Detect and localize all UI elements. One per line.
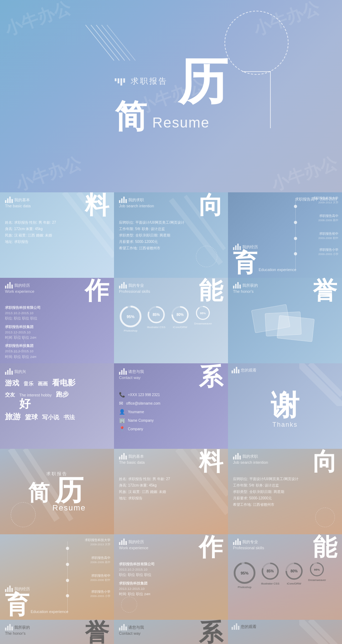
cell-warm-honors: 我所获的 The honor's 誉 <box>0 620 114 644</box>
warm-field-2: 身高: 172cm 体重: 45kg <box>119 482 223 489</box>
hobby-big-char: 好 <box>19 397 31 410</box>
cell-warm-work: 我的经历 Work experience 作 求职报告科技有限公司 2013.1… <box>114 534 228 620</box>
field-3: 民族: 汉 籍贯: 江西 婚姻: 未婚 <box>5 232 109 239</box>
cell-honors-eng: The honor's <box>233 289 258 294</box>
svg-text:85%: 85% <box>266 569 274 573</box>
hobby-huahua: 画画 <box>38 380 48 388</box>
warm-job-item-1: 求职报告科技有限公司 2013.10.2-2015.10 职位: 职位 职位 职… <box>119 561 223 578</box>
cell-basic-big-char: 料 <box>85 193 109 217</box>
cell-warm-job-section: 我的求职 <box>242 454 258 459</box>
hobby-jiaoyou: 交友 <box>5 391 15 399</box>
watermark-4: 小牛办公 <box>268 151 340 192</box>
hobby-xieshaoshuo: 写小说 <box>42 414 59 421</box>
contact-company-name: 🏢 Name Company <box>119 417 223 423</box>
cell-skills-eng: Professional skills <box>119 289 150 294</box>
warm-edu-timeline <box>67 541 68 613</box>
cell-contact-section: 请您与我 <box>128 369 144 374</box>
svg-text:80%: 80% <box>176 313 183 317</box>
cell-honors-section: 我所获的 <box>242 283 258 288</box>
skill-illustrator: 85% Illustrator CSS <box>146 305 166 332</box>
cell-warm-job: 我的求职 Job search intention 向 应聘职位: 平面设计/U… <box>228 449 342 534</box>
dashed-circle-deco <box>224 11 289 75</box>
cell-warm-skills: 我的专业 Professional skills 能 95% Photoshop <box>228 534 342 620</box>
cell-warm-honors-section: 我所获的 <box>14 625 30 630</box>
hobby-kandianying: 看电影 <box>52 378 76 389</box>
svg-line-22 <box>310 363 342 395</box>
hobby-youxi: 游戏 <box>5 378 19 388</box>
cell-warm-skills-section: 我的专业 <box>242 539 258 545</box>
warm-hero-main-char: 历 <box>52 478 86 503</box>
circle-deco <box>196 246 217 267</box>
warm-work-circle <box>121 597 137 613</box>
job-field-2: 工作年限: 5年 职务: 设计总监 <box>119 226 223 232</box>
cell-job-big-char: 向 <box>199 193 223 217</box>
cell-skills: 我的专业 Professional skills 能 95% Photoshop <box>114 278 228 363</box>
svg-text:95%: 95% <box>314 568 320 571</box>
hobby-lvyou: 旅游 <box>5 411 21 422</box>
cell-warm-contact-section: 请您与我 <box>128 625 144 630</box>
cell-warm-contact-char: 系 <box>199 620 223 644</box>
cell-contact-big-char: 系 <box>199 365 223 389</box>
warm-hero-sub-char: 简 <box>28 482 50 504</box>
cell-thanks-big: 谢 <box>271 391 299 420</box>
svg-line-0 <box>86 25 114 61</box>
skill-icore: 80% iCore/DRW <box>170 305 190 332</box>
cell-edu-big-char: 育 <box>233 251 257 275</box>
cell-warm-thanks-section: 您的观看 <box>241 624 256 629</box>
warm-skill-photoshop: 95% Photoshop <box>233 561 256 589</box>
cell-warm-thanks: 您的观看 谢 Thanks <box>228 620 342 644</box>
edu-dot-3 <box>294 237 297 240</box>
cell-warm-edu-section: 我的经历 <box>14 586 30 592</box>
cell-warm-skills-char: 能 <box>313 535 337 559</box>
contact-phone: 📞 +XXX 123 998 2321 <box>119 392 223 398</box>
svg-text:85%: 85% <box>152 313 160 317</box>
job-field-3: 求职类型: 全职 到职日期: 两星期 <box>119 232 223 239</box>
cell-skills-big-char: 能 <box>199 279 223 303</box>
row-4-warm: 求职报告 简 历 Resume <box>0 449 342 534</box>
cell-warm-edu-eng: Education experience <box>31 609 68 614</box>
cell-hobbies: 我的兴 游戏 音乐 画画 看电影 交友 The interest hobby 好… <box>0 363 114 449</box>
thanks-deco-svg <box>299 363 342 406</box>
vertical-line-deco <box>270 71 271 128</box>
svg-text:95%: 95% <box>240 571 248 575</box>
edu-dot-4 <box>294 252 297 255</box>
warm-thanks-deco <box>299 620 342 644</box>
cell-hobbies-section: 我的兴 <box>14 369 26 374</box>
svg-text:95%: 95% <box>200 312 206 315</box>
contact-company: 📍 Company <box>119 426 223 432</box>
work-job-1: 求职报告科技有限公司 2013.10.2-2015.10 职位: 职位 职位 职… <box>5 305 109 321</box>
cell-warm-job-char: 向 <box>313 450 337 474</box>
warm-field-3: 民族: 汉 籍贯: 江西 婚姻: 未婚 <box>119 489 223 495</box>
svg-line-4 <box>107 25 135 61</box>
warm-skill-icore: 80% iCore/DRW <box>284 561 304 589</box>
cell-warm-work-char: 作 <box>199 535 223 559</box>
warm-hero-resume: Resume <box>52 503 86 513</box>
cell-job-section-label: 我的求职 <box>128 197 144 203</box>
hero-main-char: 历 <box>178 59 228 104</box>
cell-skills-section: 我的专业 <box>128 283 144 288</box>
warm-edu-dot-2 <box>66 563 69 566</box>
cell-basic-eng: The basic data <box>5 204 31 208</box>
contact-name: 👤 Yourname <box>119 409 223 415</box>
cell-warm-basic-char: 料 <box>199 450 223 474</box>
edu-dot-1 <box>294 205 297 208</box>
cell-warm-hero: 求职报告 简 历 Resume <box>0 449 114 534</box>
cell-warm-edu: 求职报告科技大学 2009-2013 大学 求职报告高中 2006-2009 高… <box>0 534 114 620</box>
row-6-warm: 我所获的 The honor's 誉 <box>0 620 342 644</box>
warm-field-4: 地址: 求职报告 <box>119 495 223 502</box>
work-circle-deco <box>7 335 25 353</box>
cell-honors-big-char: 誉 <box>313 279 337 303</box>
svg-line-3 <box>102 25 130 61</box>
honor-cards-container <box>249 307 321 353</box>
warm-field-1: 姓名: 求职报告 性别: 男 年龄: 27 <box>119 476 223 482</box>
svg-text:80%: 80% <box>290 569 297 573</box>
cell-warm-basic-section: 我的基本 <box>128 454 144 459</box>
cell-thanks-section: 您的观看 <box>241 368 256 373</box>
warm-job-1: 应聘职位: 平面设计/UI/网页美工/网页设计 <box>233 476 337 482</box>
warm-edu-dot-3 <box>66 579 69 582</box>
cell-work-big-char: 作 <box>85 279 109 303</box>
hobby-paobu: 跑步 <box>56 390 69 399</box>
hero-slide: 求职报告 历 简 Resume 小牛办公 小牛办公 小牛办公 小牛办公 小牛办公 <box>0 0 342 192</box>
warm-edu-dot-4 <box>66 594 69 597</box>
cell-warm-skills-eng: Professional skills <box>233 546 264 550</box>
